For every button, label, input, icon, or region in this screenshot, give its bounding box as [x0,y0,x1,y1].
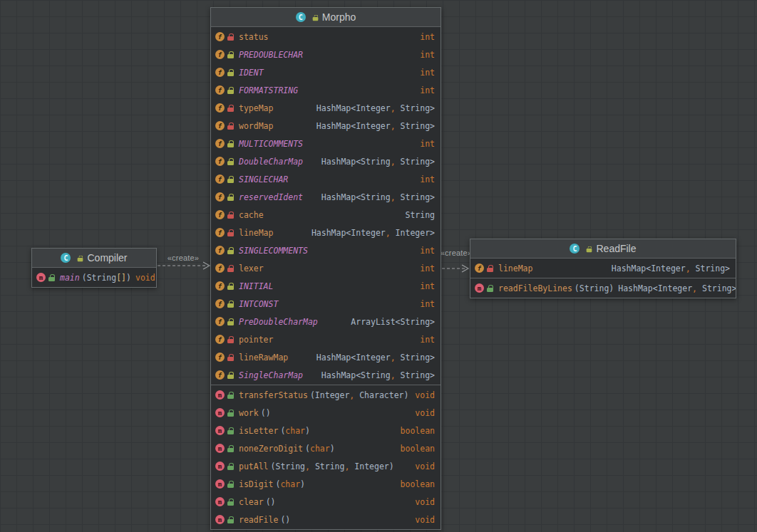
public-lock-icon [227,461,234,471]
member-name: reservedIdent [239,192,303,202]
field-row-SingleCharMap[interactable]: f SingleCharMap HashMap<String, String> [211,366,441,384]
member-type: HashMap<Integer, String> [316,103,435,113]
class-header-morpho[interactable]: C Morpho [211,8,441,27]
member-name: DoubleCharMap [239,157,303,167]
method-row-readFile[interactable]: m readFile () void [211,511,441,528]
member-params: (String[]) [82,273,131,283]
method-row-isDigit[interactable]: m isDigit (char) boolean [211,475,441,493]
class-header-readfile[interactable]: C ReadFile [470,239,736,259]
member-type: HashMap<String, String> [321,157,435,167]
field-row-lineMap[interactable]: f lineMap HashMap<Integer, String> [470,259,736,277]
member-params: (char) [275,479,305,489]
static-field-icon: f [215,157,225,166]
method-row-noneZeroDigit[interactable]: m noneZeroDigit (char) boolean [211,439,441,457]
field-row-INTCONST[interactable]: f INTCONST int [211,295,441,313]
member-type: HashMap<Integer, Integer> [311,228,435,238]
static-method-icon: m [36,273,46,282]
member-type: boolean [401,426,435,436]
field-row-reservedIdent[interactable]: f reservedIdent HashMap<String, String> [211,188,441,206]
field-row-wordMap[interactable]: f wordMap HashMap<Integer, String> [211,117,441,135]
class-header-compiler[interactable]: C Compiler [32,249,156,268]
field-row-lineRawMap[interactable]: f lineRawMap HashMap<Integer, String> [211,348,441,366]
field-icon: f [215,121,225,130]
member-params: (char) [305,444,335,454]
member-params: () [261,408,271,418]
field-icon: f [215,264,225,273]
member-name: IDENT [239,68,264,78]
field-icon: f [215,228,225,237]
package-lock-icon [227,174,234,184]
member-type: void [415,408,435,418]
member-name: lineRawMap [239,353,288,363]
member-name: wordMap [239,121,273,131]
public-lock-icon [227,390,234,400]
method-row-clear[interactable]: m clear () void [211,493,441,511]
static-field-icon: f [215,174,225,184]
field-row-lexer[interactable]: f lexer int [211,259,441,277]
member-name: main [60,273,80,283]
method-icon: m [475,283,484,293]
field-row-DoubleCharMap[interactable]: f DoubleCharMap HashMap<String, String> [211,152,441,170]
member-type: HashMap<String, String> [321,192,435,202]
public-lock-icon [227,426,234,435]
private-lock-icon [227,335,234,344]
package-lock-icon [227,68,234,77]
member-name: lineMap [498,264,532,273]
diagram-canvas[interactable]: «create» «create» C Compiler m main (Str… [0,0,757,532]
method-icon: m [215,408,225,417]
private-lock-icon [227,121,234,130]
class-node-morpho[interactable]: C Morpho f status int f PREDOUBLECHAR in… [210,7,441,530]
member-name: transferStatus [239,390,308,400]
class-title: Compiler [87,252,127,264]
member-name: isDigit [239,479,273,489]
member-name: MULTICOMMENTS [239,139,303,149]
member-type: HashMap<Integer, String> [612,264,730,273]
method-row-isLetter[interactable]: m isLetter (char) boolean [211,422,441,439]
method-row-main[interactable]: m main (String[]) void [32,268,156,286]
field-row-typeMap[interactable]: f typeMap HashMap<Integer, String> [211,99,441,117]
field-icon: f [215,335,225,344]
member-name: SingleCharMap [239,370,303,380]
member-params: (char) [280,426,310,436]
package-lock-icon [227,370,234,380]
member-name: FORMATSTRING [239,85,298,95]
member-type: boolean [401,479,435,489]
methods-section-morpho: m transferStatus (Integer, Character) vo… [211,385,441,529]
field-row-cache[interactable]: f cache String [211,206,441,224]
member-params: (String) [575,283,614,293]
method-row-putAll[interactable]: m putAll (String, String, Integer) void [211,457,441,475]
static-field-icon: f [215,317,225,326]
field-row-status[interactable]: f status int [211,28,441,46]
member-type: int [420,264,435,273]
fields-section-readfile: f lineMap HashMap<Integer, String> [470,259,736,278]
field-row-SINGLECHAR[interactable]: f SINGLECHAR int [211,170,441,188]
member-name: SINGLECOMMENTS [239,246,308,256]
member-name: typeMap [239,103,273,113]
method-row-readFileByLines[interactable]: m readFileByLines (String) HashMap<Integ… [470,279,736,297]
method-row-work[interactable]: m work () void [211,404,441,422]
create-edge-morpho-readfile[interactable] [442,265,468,272]
method-row-transferStatus[interactable]: m transferStatus (Integer, Character) vo… [211,386,441,404]
member-type: void [415,390,435,400]
member-type: int [420,139,435,149]
field-row-PREDOUBLECHAR[interactable]: f PREDOUBLECHAR int [211,46,441,63]
class-node-readfile[interactable]: C ReadFile f lineMap HashMap<Integer, St… [470,239,736,298]
member-type: int [420,335,435,345]
field-row-IDENT[interactable]: f IDENT int [211,63,441,81]
static-field-icon: f [215,299,225,308]
methods-section-readfile: m readFileByLines (String) HashMap<Integ… [470,278,736,298]
field-row-MULTICOMMENTS[interactable]: f MULTICOMMENTS int [211,135,441,152]
field-row-INITIAL[interactable]: f INITIAL int [211,277,441,295]
static-field-icon: f [215,246,225,255]
member-type: int [420,85,435,95]
field-row-PreDoubleCharMap[interactable]: f PreDoubleCharMap ArrayList<String> [211,313,441,330]
field-row-pointer[interactable]: f pointer int [211,330,441,348]
class-node-compiler[interactable]: C Compiler m main (String[]) void [31,248,157,288]
method-icon: m [215,515,225,524]
field-row-SINGLECOMMENTS[interactable]: f SINGLECOMMENTS int [211,241,441,259]
create-edge-compiler-morpho[interactable] [158,262,210,269]
field-row-lineMap[interactable]: f lineMap HashMap<Integer, Integer> [211,224,441,241]
member-name: cache [239,210,264,220]
field-row-FORMATSTRING[interactable]: f FORMATSTRING int [211,81,441,99]
class-icon: C [296,12,306,22]
